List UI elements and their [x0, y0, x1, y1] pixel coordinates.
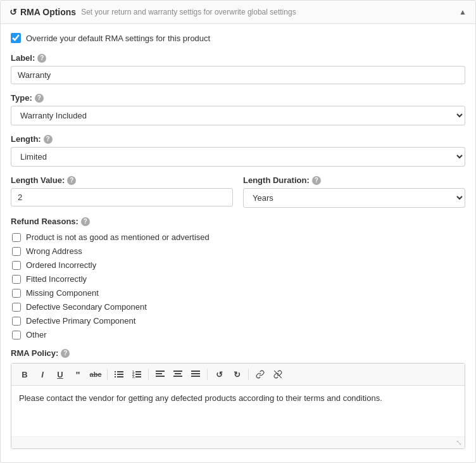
length-value-label-text: Length Value:	[11, 175, 65, 185]
reason-item-3: Ordered Incorrectly	[11, 260, 465, 270]
reason-label-8: Other	[26, 330, 47, 339]
reason-checkbox-7[interactable]	[12, 317, 21, 326]
reason-checkbox-4[interactable]	[12, 275, 21, 284]
reason-checkbox-8[interactable]	[12, 331, 21, 339]
svg-rect-16	[175, 373, 181, 374]
svg-rect-13	[156, 373, 162, 374]
rma-policy-section: RMA Policy: ? B I U " abc	[11, 348, 465, 449]
type-group: Type: ? Warranty Included No Warranty Ex…	[11, 93, 465, 125]
reason-checkbox-5[interactable]	[12, 289, 21, 298]
reason-checkbox-1[interactable]	[12, 233, 21, 242]
panel-header-left: ↺ RMA Options Set your return and warran…	[9, 7, 296, 17]
length-help-icon[interactable]: ?	[44, 135, 53, 144]
type-field-label: Type: ?	[11, 93, 465, 103]
label-group: Label: ?	[11, 53, 465, 84]
panel-body: Override your default RMA settings for t…	[1, 24, 475, 458]
length-field-label-text: Length:	[11, 134, 41, 144]
svg-rect-20	[191, 376, 200, 377]
refund-reasons-help-icon[interactable]: ?	[81, 217, 90, 226]
svg-rect-15	[173, 371, 182, 372]
length-duration-label: Length Duration: ?	[243, 175, 465, 185]
rma-options-panel: ↺ RMA Options Set your return and warran…	[0, 0, 476, 463]
reason-label-6: Defective Secondary Component	[26, 302, 147, 312]
type-field-label-text: Type:	[11, 93, 32, 103]
length-select[interactable]: Limited Lifetime Unlimited	[11, 147, 465, 167]
reason-checkbox-3[interactable]	[12, 261, 21, 270]
align-center-button[interactable]	[170, 367, 186, 382]
reason-label-2: Wrong Address	[26, 246, 82, 256]
editor-footer: ⤡	[11, 436, 465, 448]
align-justify-button[interactable]	[187, 367, 204, 382]
reason-item-6: Defective Secondary Component	[11, 302, 465, 312]
reason-item-1: Product is not as good as mentioned or a…	[11, 232, 465, 242]
strikethrough-button[interactable]: abc	[87, 367, 104, 382]
length-field-label: Length: ?	[11, 134, 465, 144]
unordered-list-button[interactable]	[111, 367, 127, 382]
refund-reasons-label: Refund Reasons: ?	[11, 217, 465, 226]
rma-policy-help-icon[interactable]: ?	[61, 349, 70, 358]
rma-policy-label: RMA Policy: ?	[11, 348, 465, 358]
length-value-input[interactable]	[11, 188, 233, 206]
panel-title: ↺ RMA Options	[9, 7, 76, 17]
panel-title-text: RMA Options	[20, 7, 76, 17]
length-group: Length: ? Limited Lifetime Unlimited	[11, 134, 465, 167]
length-duration-help-icon[interactable]: ?	[312, 176, 321, 185]
editor-toolbar: B I U " abc	[11, 364, 465, 386]
type-select[interactable]: Warranty Included No Warranty Exchange O…	[11, 106, 465, 125]
svg-rect-17	[173, 376, 182, 377]
svg-rect-4	[115, 376, 116, 377]
label-field-label: Label: ?	[11, 53, 465, 63]
reason-label-7: Defective Primary Component	[26, 316, 135, 326]
length-value-label: Length Value: ?	[11, 175, 233, 185]
resize-handle: ⤡	[456, 438, 462, 447]
undo-button[interactable]: ↺	[211, 367, 227, 382]
panel-subtitle: Set your return and warranty settigs for…	[81, 8, 296, 16]
svg-rect-7	[135, 371, 141, 372]
reason-item-5: Missing Component	[11, 288, 465, 298]
override-row: Override your default RMA settings for t…	[11, 33, 465, 43]
svg-rect-19	[191, 373, 200, 374]
length-duration-select[interactable]: Days Weeks Months Years	[243, 188, 465, 208]
ordered-list-button[interactable]: 1. 2. 3.	[128, 367, 145, 382]
link-button[interactable]	[252, 367, 268, 382]
reason-item-2: Wrong Address	[11, 246, 465, 256]
unlink-button[interactable]	[270, 367, 286, 382]
panel-header: ↺ RMA Options Set your return and warran…	[1, 1, 475, 24]
blockquote-button[interactable]: "	[70, 367, 86, 382]
align-left-button[interactable]	[152, 367, 168, 382]
svg-rect-9	[135, 374, 141, 375]
reason-item-7: Defective Primary Component	[11, 316, 465, 326]
svg-rect-11	[135, 376, 141, 377]
reason-checkbox-6[interactable]	[12, 303, 21, 312]
reason-item-4: Fitted Incorrectly	[11, 274, 465, 284]
length-value-help-icon[interactable]: ?	[67, 176, 76, 185]
refund-reasons-label-text: Refund Reasons:	[11, 217, 78, 226]
italic-button[interactable]: I	[34, 367, 51, 382]
rma-policy-label-text: RMA Policy:	[11, 348, 58, 358]
label-input[interactable]	[11, 66, 465, 84]
svg-rect-0	[115, 371, 116, 372]
editor-wrapper: B I U " abc	[11, 363, 465, 449]
svg-rect-5	[117, 376, 123, 377]
redo-button[interactable]: ↻	[229, 367, 245, 382]
svg-rect-12	[156, 371, 165, 372]
svg-rect-3	[117, 374, 123, 375]
length-value-duration-row: Length Value: ? Length Duration: ? Days …	[11, 175, 465, 208]
label-help-icon[interactable]: ?	[37, 54, 46, 63]
svg-rect-1	[117, 371, 123, 372]
type-help-icon[interactable]: ?	[35, 94, 44, 103]
bold-button[interactable]: B	[16, 367, 33, 382]
underline-button[interactable]: U	[52, 367, 68, 382]
reason-checkbox-2[interactable]	[12, 247, 21, 256]
reason-label-4: Fitted Incorrectly	[26, 274, 87, 284]
override-checkbox[interactable]	[11, 33, 21, 43]
toolbar-sep-3	[207, 369, 208, 380]
collapse-icon[interactable]: ▲	[459, 8, 467, 16]
length-value-group: Length Value: ?	[11, 175, 233, 208]
toolbar-sep-2	[148, 369, 149, 380]
svg-rect-14	[156, 376, 165, 377]
rma-policy-content[interactable]: Please contact the vendor for getting an…	[11, 386, 465, 436]
length-duration-label-text: Length Duration:	[243, 175, 310, 185]
toolbar-sep-4	[248, 369, 249, 380]
svg-rect-18	[191, 371, 200, 372]
